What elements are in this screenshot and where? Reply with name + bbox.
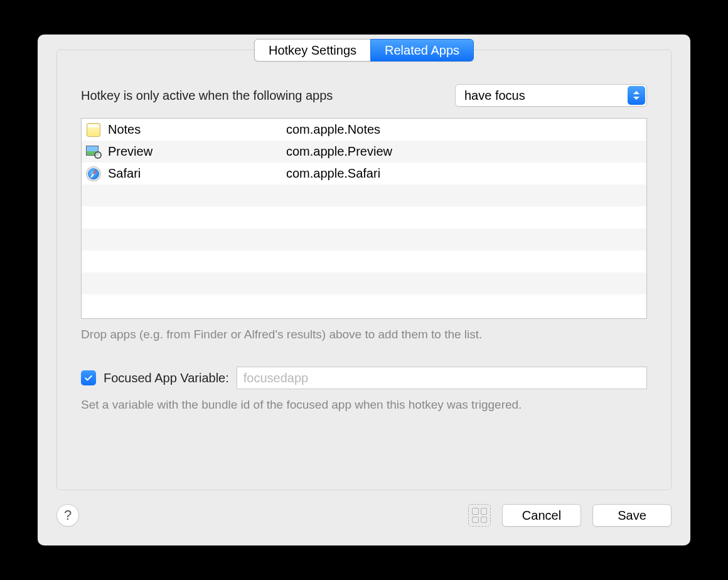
notes-app-icon — [85, 122, 102, 138]
related-apps-panel: Hotkey Settings Related Apps Hotkey is o… — [56, 50, 672, 490]
focus-condition-label: Hotkey is only active when the following… — [81, 89, 333, 103]
focused-app-variable-row: Focused App Variable: — [81, 367, 647, 389]
focus-condition-value: have focus — [464, 89, 525, 103]
table-row-empty — [82, 228, 646, 250]
table-row[interactable]: Previewcom.apple.Preview — [82, 141, 646, 163]
save-button[interactable]: Save — [592, 504, 672, 527]
stepper-icon — [628, 86, 645, 105]
focus-condition-row: Hotkey is only active when the following… — [81, 84, 647, 107]
app-bundle-id: com.apple.Preview — [286, 144, 646, 159]
app-name: Notes — [108, 122, 286, 137]
drop-hint-text: Drop apps (e.g. from Finder or Alfred's … — [81, 328, 647, 341]
tab-bar: Hotkey Settings Related Apps — [254, 39, 474, 62]
table-row-empty — [82, 272, 646, 294]
app-bundle-id: com.apple.Notes — [286, 122, 646, 137]
focused-app-variable-checkbox[interactable] — [81, 370, 96, 385]
table-row-empty — [82, 294, 646, 316]
related-apps-table[interactable]: Notescom.apple.NotesPreviewcom.apple.Pre… — [81, 118, 647, 319]
table-row[interactable]: Safaricom.apple.Safari — [82, 163, 646, 185]
dialog-footer: ? Cancel Save — [56, 504, 672, 527]
preview-app-icon — [85, 144, 102, 160]
focus-condition-select[interactable]: have focus — [455, 84, 647, 107]
tab-related-apps[interactable]: Related Apps — [370, 39, 474, 62]
focused-app-variable-input[interactable] — [237, 367, 647, 389]
table-row-empty — [82, 185, 646, 207]
app-name: Preview — [108, 144, 286, 159]
cancel-button[interactable]: Cancel — [502, 504, 581, 527]
checkmark-icon — [83, 373, 94, 383]
tab-hotkey-settings[interactable]: Hotkey Settings — [254, 39, 370, 62]
help-button[interactable]: ? — [56, 504, 79, 527]
focused-app-variable-label: Focused App Variable: — [104, 371, 229, 385]
table-row-empty — [82, 250, 646, 272]
table-row-empty — [82, 207, 646, 228]
safari-app-icon — [85, 166, 102, 182]
workflow-object-icon[interactable] — [468, 504, 491, 527]
table-row[interactable]: Notescom.apple.Notes — [82, 119, 646, 141]
focused-app-variable-help: Set a variable with the bundle id of the… — [81, 398, 647, 412]
app-name: Safari — [108, 166, 286, 181]
app-bundle-id: com.apple.Safari — [286, 166, 646, 181]
preferences-window: Hotkey Settings Related Apps Hotkey is o… — [38, 35, 690, 545]
